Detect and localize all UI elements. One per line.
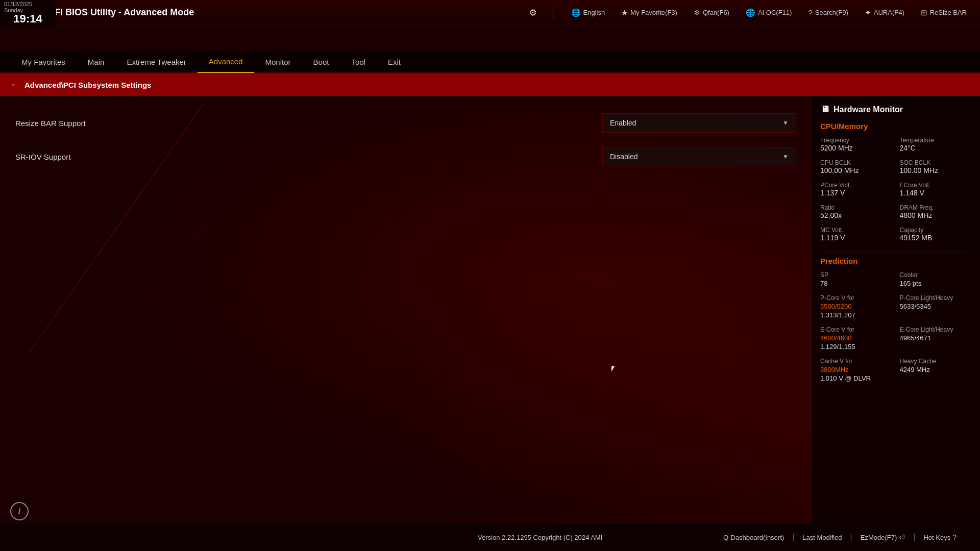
hot-keys-button[interactable]: Hot Keys ? [915,530,965,544]
hw-ratio: Ratio 52.00x [820,204,893,219]
toolbar-qfan[interactable]: ❄ Qfan(F6) [689,6,734,19]
hw-capacity: Capacity 49152 MB [900,227,972,242]
hw-divider [820,251,972,252]
pcore-volt-value: 1.137 V [820,189,893,197]
pred-ecore-v-for: E-Core V for 4600/4600 1.129/1.155 [820,326,893,350]
nav-boot[interactable]: Boot [302,51,340,73]
hw-dram-freq: DRAM Freq. 4800 MHz [900,204,972,219]
soc-bclk-value: 100.00 MHz [900,166,972,174]
pcore-v-for-voltage: 1.313/1.207 [820,311,893,319]
ai-icon: 🌐 [746,8,755,17]
hw-monitor-title: 🖥 Hardware Monitor [820,104,972,115]
hardware-monitor-panel: 🖥 Hardware Monitor CPU/Memory Frequency … [812,96,980,523]
sr-iov-label: SR-IOV Support [15,153,70,161]
nav-advanced[interactable]: Advanced [198,51,254,73]
info-button[interactable]: i [10,502,29,520]
aura-icon: ✦ [865,8,871,17]
ecore-volt-value: 1.148 V [900,189,972,197]
prediction-grid: SP 78 Cooler 165 pts P-Core V for 5500/5… [820,271,972,382]
sp-label: SP [820,271,893,279]
dram-freq-value: 4800 MHz [900,211,972,219]
capacity-label: Capacity [900,227,972,234]
ez-mode-button[interactable]: EzMode(F7) ⏎ [852,530,914,544]
q-dashboard-button[interactable]: Q-Dashboard(Insert) [715,531,792,544]
date-display: 01/12/2025 Sunday [4,1,52,13]
pcore-v-for-label: P-Core V for [820,294,893,302]
nav-exit[interactable]: Exit [377,51,412,73]
globe-icon: 🌐 [571,8,581,17]
cache-v-for-dlvr: 1.010 V @ DLVR [820,374,893,382]
app-title: UEFI BIOS Utility - Advanced Mode [42,7,194,18]
star-icon: ★ [621,8,628,17]
hw-cpu-bclk: CPU BCLK 100.00 MHz [820,159,893,174]
monitor-icon: 🖥 [820,104,829,115]
cpu-memory-title: CPU/Memory [820,122,972,131]
toolbar-my-favorite[interactable]: ★ My Favorite(F3) [616,6,682,19]
toolbar-resize-bar[interactable]: ⊞ ReSize BAR [916,6,972,19]
heavy-cache-label: Heavy Cache [900,358,972,365]
setting-sr-iov: SR-IOV Support Disabled ▼ [15,145,796,168]
nav-extreme-tweaker[interactable]: Extreme Tweaker [115,51,197,73]
pcore-lh-value: 5633/5345 [900,303,972,310]
pred-heavy-cache: Heavy Cache 4249 MHz [900,358,972,382]
header: UEFI BIOS Utility - Advanced Mode ⚙ 🌐 En… [0,0,980,26]
dram-freq-label: DRAM Freq. [900,204,972,211]
footer-actions: Q-Dashboard(Insert) | Last Modified | Ez… [715,530,965,544]
ratio-value: 52.00x [820,211,893,219]
ecore-lh-label: E-Core Light/Heavy [900,326,972,333]
ecore-lh-value: 4965/4671 [900,334,972,342]
cooler-value: 165 pts [900,280,972,287]
nav-main[interactable]: Main [77,51,116,73]
pcore-volt-label: PCore Volt. [820,182,893,189]
pred-cache-v-for: Cache V for 3800MHz 1.010 V @ DLVR [820,358,893,382]
cache-v-for-value: 3800MHz [820,366,893,373]
last-modified-button[interactable]: Last Modified [794,531,850,544]
pcore-lh-label: P-Core Light/Heavy [900,294,972,302]
pred-pcore-v-for: P-Core V for 5500/5200 1.313/1.207 [820,294,893,319]
cpu-memory-grid: Frequency 5200 MHz Temperature 24°C CPU … [820,137,972,242]
main-nav: My Favorites Main Extreme Tweaker Advanc… [0,51,980,73]
chevron-down-icon-2: ▼ [782,153,789,160]
resize-bar-label: Resize BAR Support [15,119,86,128]
ecore-v-for-label: E-Core V for [820,326,893,333]
frequency-value: 5200 MHz [820,144,893,152]
hw-pcore-volt: PCore Volt. 1.137 V [820,182,893,197]
ecore-v-for-value: 4600/4600 [820,334,893,342]
hw-ecore-volt: ECore Volt. 1.148 V [900,182,972,197]
cooler-label: Cooler [900,271,972,279]
sr-iov-dropdown[interactable]: Disabled ▼ [602,147,796,166]
footer-bar: Version 2.22.1295 Copyright (C) 2024 AMI… [0,523,980,551]
pcore-v-for-value: 5500/5200 [820,303,893,310]
frequency-label: Frequency [820,137,893,144]
toolbar-ai-oc[interactable]: 🌐 AI OC(F11) [741,6,797,19]
temperature-value: 24°C [900,144,972,152]
back-button[interactable]: ← [10,80,19,90]
hw-temperature: Temperature 24°C [900,137,972,152]
cpu-bclk-value: 100.00 MHz [820,166,893,174]
nav-my-favorites[interactable]: My Favorites [10,51,77,73]
nav-tool[interactable]: Tool [340,51,377,73]
toolbar-aura[interactable]: ✦ AURA(F4) [860,6,910,19]
heavy-cache-value: 4249 MHz [900,366,972,373]
datetime-block: 01/12/2025 Sunday 19:14 [0,0,56,26]
settings-panel: Resize BAR Support Enabled ▼ SR-IOV Supp… [0,96,812,523]
search-icon: ? [808,8,812,17]
breadcrumb-bar: ← Advanced\PCI Subsystem Settings [0,73,980,96]
hw-soc-bclk: SOC BCLK 100.00 MHz [900,159,972,174]
ecore-v-for-voltage: 1.129/1.155 [820,343,893,350]
hw-mc-volt: MC Volt. 1.119 V [820,227,893,242]
temperature-label: Temperature [900,137,972,144]
nav-monitor[interactable]: Monitor [254,51,302,73]
pred-sp: SP 78 [820,271,893,287]
toolbar-search[interactable]: ? Search(F9) [803,6,853,19]
hw-frequency: Frequency 5200 MHz [820,137,893,152]
resize-icon: ⊞ [921,8,927,17]
toolbar-english[interactable]: 🌐 English [566,6,610,19]
hot-keys-icon: ? [952,533,957,541]
mc-volt-value: 1.119 V [820,234,893,242]
pred-cooler: Cooler 165 pts [900,271,972,287]
resize-bar-dropdown[interactable]: Enabled ▼ [602,113,796,133]
prediction-title: Prediction [820,257,972,265]
pred-ecore-lh: E-Core Light/Heavy 4965/4671 [900,326,972,350]
settings-gear-icon[interactable]: ⚙ [529,7,537,18]
